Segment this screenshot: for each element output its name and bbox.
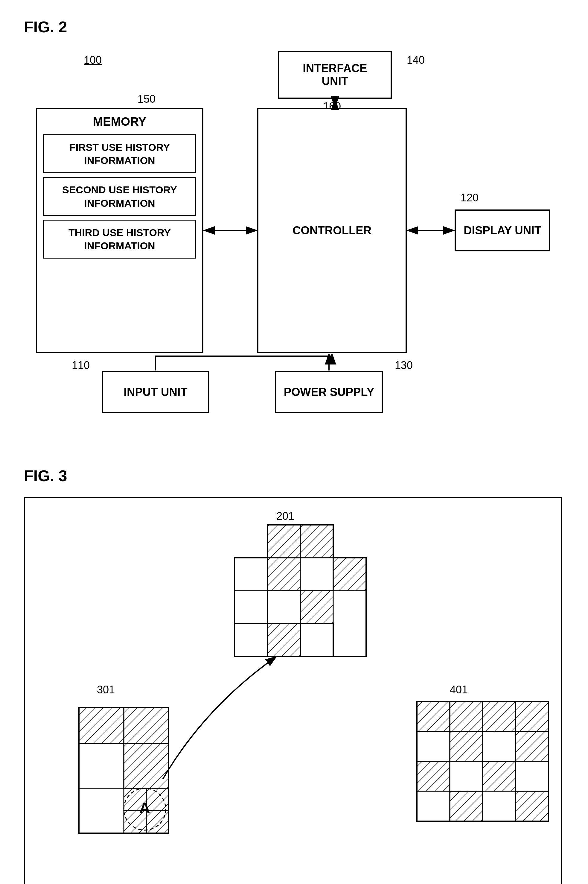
ref-100: 100 bbox=[84, 54, 102, 66]
svg-rect-35 bbox=[450, 731, 483, 761]
ref-120: 120 bbox=[460, 191, 478, 204]
svg-text:A: A bbox=[140, 800, 150, 816]
svg-rect-43 bbox=[450, 791, 483, 821]
svg-rect-32 bbox=[483, 701, 516, 731]
svg-rect-21 bbox=[79, 743, 124, 788]
ref-140: 140 bbox=[407, 54, 425, 66]
interface-box: INTERFACEUNIT bbox=[278, 51, 392, 99]
svg-rect-36 bbox=[483, 731, 516, 761]
svg-rect-16 bbox=[234, 624, 267, 657]
svg-rect-15 bbox=[300, 591, 333, 624]
svg-rect-12 bbox=[300, 558, 333, 591]
svg-rect-11 bbox=[267, 558, 300, 591]
svg-rect-30 bbox=[417, 701, 450, 731]
svg-rect-10 bbox=[234, 558, 267, 591]
power-supply-box: POWER SUPPLY bbox=[275, 371, 383, 413]
display-unit-box: DISPLAY UNIT bbox=[454, 209, 550, 251]
svg-rect-38 bbox=[417, 761, 450, 791]
controller-box: CONTROLLER bbox=[257, 108, 407, 353]
ref-150: 150 bbox=[138, 93, 156, 105]
ref-110: 110 bbox=[72, 359, 90, 372]
svg-rect-34 bbox=[417, 731, 450, 761]
inner-box-3: THIRD USE HISTORYINFORMATION bbox=[43, 219, 196, 259]
svg-rect-14 bbox=[267, 591, 300, 624]
svg-rect-42 bbox=[417, 791, 450, 821]
ref-301: 301 bbox=[97, 684, 115, 696]
svg-rect-22 bbox=[124, 743, 169, 788]
inner-box-1: FIRST USE HISTORYINFORMATION bbox=[43, 134, 196, 173]
svg-rect-37 bbox=[516, 731, 549, 761]
ref-401: 401 bbox=[450, 684, 468, 696]
svg-rect-19 bbox=[79, 707, 124, 743]
svg-rect-40 bbox=[483, 761, 516, 791]
ref-201: 201 bbox=[276, 510, 294, 523]
svg-rect-39 bbox=[450, 761, 483, 791]
svg-rect-8 bbox=[267, 525, 300, 558]
svg-rect-20 bbox=[124, 707, 169, 743]
memory-box: MEMORY FIRST USE HISTORYINFORMATION SECO… bbox=[36, 108, 203, 353]
ref-130: 130 bbox=[395, 359, 413, 372]
svg-rect-33 bbox=[516, 701, 549, 731]
svg-rect-13 bbox=[333, 558, 366, 591]
inner-box-2: SECOND USE HISTORYINFORMATION bbox=[43, 177, 196, 216]
fig3-container: 201 301 401 bbox=[24, 497, 562, 884]
fig2-label: FIG. 2 bbox=[24, 18, 564, 36]
svg-rect-44 bbox=[483, 791, 516, 821]
fig2-container: 100 150 140 160 120 110 130 MEMORY FIRST… bbox=[24, 48, 562, 443]
fig3-label: FIG. 3 bbox=[24, 467, 564, 485]
svg-rect-18 bbox=[300, 624, 333, 657]
memory-title: MEMORY bbox=[43, 115, 196, 128]
svg-rect-31 bbox=[450, 701, 483, 731]
svg-rect-17 bbox=[267, 624, 300, 657]
svg-rect-45 bbox=[516, 791, 549, 821]
svg-rect-41 bbox=[516, 761, 549, 791]
svg-rect-9 bbox=[300, 525, 333, 558]
input-unit-box: INPUT UNIT bbox=[102, 371, 209, 413]
